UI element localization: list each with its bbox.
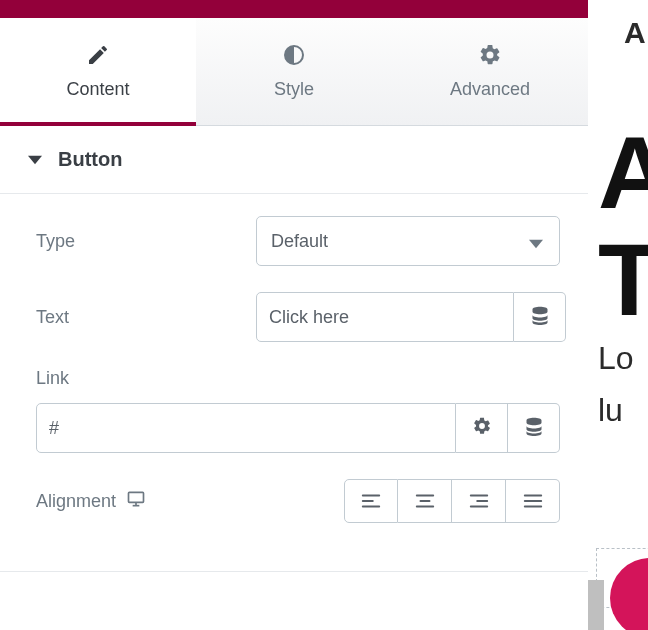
type-select[interactable]: Default [256,216,560,266]
text-label: Text [36,307,256,328]
caret-down-icon [28,153,42,167]
align-justify-button[interactable] [506,479,560,523]
row-type: Type Default [36,216,560,266]
align-right-button[interactable] [452,479,506,523]
database-icon [530,305,550,329]
preview-body: Lo [598,340,634,377]
tab-content[interactable]: Content [0,18,196,125]
link-options-button[interactable] [456,403,508,453]
section-header[interactable]: Button [0,126,588,194]
link-input[interactable] [36,403,456,453]
preview-shadow [588,580,604,630]
gear-icon [478,43,502,67]
alignment-label: Alignment [36,489,256,514]
type-label: Type [36,231,256,252]
chevron-down-icon [529,233,545,249]
gear-icon [472,416,492,440]
type-select-value: Default [271,231,328,252]
preview-heading: A T [598,120,648,334]
editor-panel: Content Style Advanced Button Type [0,18,588,572]
link-label: Link [36,368,560,389]
row-alignment: Alignment [36,479,560,523]
text-input-group [256,292,566,342]
alignment-group [344,479,560,523]
svg-rect-0 [129,492,144,502]
row-text: Text [36,292,560,342]
align-center-button[interactable] [398,479,452,523]
pencil-icon [86,43,110,67]
dynamic-tags-button[interactable] [514,292,566,342]
desktop-icon[interactable] [126,489,146,514]
preview-text: A [624,16,646,50]
text-input[interactable] [256,292,514,342]
top-accent-bar [0,0,588,18]
canvas-preview: A A T Lo lu [588,0,648,630]
link-dynamic-tags-button[interactable] [508,403,560,453]
section-title: Button [58,148,122,171]
contrast-icon [282,43,306,67]
tab-advanced[interactable]: Advanced [392,18,588,125]
section-button: Button Type Default Text [0,126,588,572]
row-link: Link [36,368,560,453]
panel-tabs: Content Style Advanced [0,18,588,126]
preview-body: lu [598,392,623,429]
database-icon [524,416,544,440]
tab-style[interactable]: Style [196,18,392,125]
link-input-group [36,403,560,453]
tab-style-label: Style [274,79,314,100]
section-controls: Type Default Text [0,194,588,571]
tab-content-label: Content [66,79,129,100]
align-left-button[interactable] [344,479,398,523]
tab-advanced-label: Advanced [450,79,530,100]
